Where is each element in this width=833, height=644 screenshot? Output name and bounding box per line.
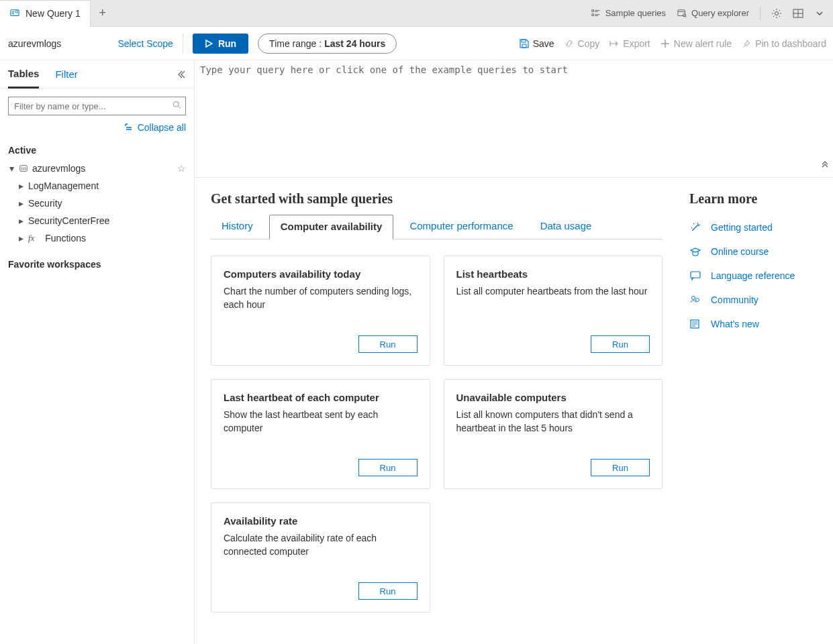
export-button[interactable]: Export: [609, 38, 650, 49]
filter-input[interactable]: [8, 97, 186, 115]
learn-more-title: Learn more: [689, 191, 817, 207]
sample-tab-computer-availability[interactable]: Computer availability: [269, 215, 394, 239]
chat-icon: [689, 270, 701, 282]
filter-input-wrapper: [8, 97, 186, 115]
graduation-icon: [689, 246, 701, 258]
card-desc: Calculate the availability rate of each …: [224, 532, 418, 558]
save-icon: [519, 38, 530, 49]
svg-rect-2: [592, 9, 594, 11]
tree-node-logmanagement[interactable]: ▸LogManagement: [17, 177, 186, 195]
card-desc: List all computer heartbeats from the la…: [456, 285, 650, 299]
panels-button[interactable]: [793, 8, 803, 19]
active-section-label: Active: [8, 145, 186, 156]
collapse-editor-button[interactable]: [821, 161, 829, 169]
svg-point-14: [696, 299, 699, 302]
save-button[interactable]: Save: [519, 38, 554, 49]
favorite-workspaces-label: Favorite workspaces: [8, 259, 186, 270]
svg-rect-9: [522, 44, 526, 48]
svg-rect-12: [691, 272, 700, 278]
pin-icon: [741, 38, 752, 49]
card-title: List heartbeats: [456, 268, 650, 280]
card-title: Unavailable computers: [456, 392, 650, 403]
settings-button[interactable]: [771, 8, 782, 19]
sample-tabs: History Computer availability Computer p…: [211, 215, 663, 239]
sidebar-tab-filter[interactable]: Filter: [55, 60, 77, 89]
sample-card: Computers availability today Chart the n…: [211, 256, 430, 366]
learn-link-language-reference[interactable]: Language reference: [689, 270, 817, 282]
caret-right-icon: ▸: [17, 180, 24, 191]
bullet-list-icon: [591, 8, 601, 19]
svg-point-13: [692, 297, 695, 300]
card-run-button[interactable]: Run: [591, 459, 650, 476]
sidebar: Tables Filter Collapse all Active: [0, 60, 195, 644]
sample-tab-data-usage[interactable]: Data usage: [530, 215, 603, 239]
pin-button[interactable]: Pin to dashboard: [741, 38, 826, 49]
query-tab-icon: [9, 8, 20, 19]
play-icon: [205, 40, 213, 48]
function-icon: fx: [28, 233, 34, 244]
collapse-all-button[interactable]: Collapse all: [8, 122, 186, 133]
card-run-button[interactable]: Run: [591, 335, 650, 353]
caret-right-icon: ▸: [17, 198, 24, 209]
svg-rect-3: [592, 13, 594, 15]
select-scope-link[interactable]: Select Scope: [117, 38, 173, 49]
wand-icon: [689, 221, 701, 233]
explorer-icon: [677, 8, 687, 19]
plus-icon: [660, 38, 671, 49]
svg-point-6: [775, 11, 779, 15]
tree-node-security[interactable]: ▸Security: [17, 195, 186, 212]
news-icon: [689, 318, 701, 330]
separator: [183, 34, 183, 54]
card-desc: Show the last heartbeat sent by each com…: [224, 409, 418, 435]
workspace-node[interactable]: ▾ azurevmlogs ☆: [8, 160, 186, 177]
sample-card: Last heartbeat of each computer Show the…: [211, 379, 430, 489]
card-title: Last heartbeat of each computer: [224, 392, 418, 403]
card-run-button[interactable]: Run: [358, 335, 418, 353]
favorite-star-button[interactable]: ☆: [177, 163, 186, 174]
tree-node-securitycenterfree[interactable]: ▸SecurityCenterFree: [17, 212, 186, 229]
query-tab[interactable]: New Query 1: [0, 0, 91, 27]
sample-tab-computer-performance[interactable]: Computer performance: [399, 215, 524, 239]
caret-right-icon: ▸: [17, 215, 24, 226]
card-title: Computers availability today: [224, 268, 418, 280]
caret-right-icon: ▸: [17, 233, 24, 244]
svg-point-10: [173, 101, 179, 107]
sample-queries-button[interactable]: Sample queries: [591, 8, 666, 19]
search-icon: [173, 101, 182, 110]
new-alert-button[interactable]: New alert rule: [660, 38, 732, 49]
run-button[interactable]: Run: [193, 34, 248, 54]
samples-title: Get started with sample queries: [211, 191, 663, 207]
new-tab-button[interactable]: +: [91, 0, 115, 27]
svg-rect-4: [678, 9, 685, 15]
card-run-button[interactable]: Run: [358, 459, 418, 476]
sample-card: Availability rate Calculate the availabi…: [211, 502, 430, 612]
tree-node-functions[interactable]: ▸fx Functions: [17, 229, 186, 247]
chevron-down-icon[interactable]: [814, 8, 825, 19]
tab-bar: New Query 1 + Sample queries Query explo…: [0, 0, 833, 27]
sample-tab-history[interactable]: History: [211, 215, 264, 239]
learn-link-community[interactable]: Community: [689, 294, 817, 306]
card-run-button[interactable]: Run: [358, 582, 418, 600]
learn-link-getting-started[interactable]: Getting started: [689, 221, 817, 233]
card-desc: Chart the number of computers sending lo…: [224, 285, 418, 311]
learn-link-whats-new[interactable]: What's new: [689, 318, 817, 330]
query-explorer-button[interactable]: Query explorer: [677, 8, 749, 19]
time-range-picker[interactable]: Time range : Last 24 hours: [258, 34, 397, 54]
card-desc: List all known computers that didn't sen…: [456, 409, 650, 435]
query-tab-label: New Query 1: [26, 8, 81, 19]
svg-point-1: [15, 11, 18, 13]
copy-button[interactable]: Copy: [564, 38, 600, 49]
collapse-sidebar-button[interactable]: [177, 70, 186, 79]
export-icon: [609, 38, 620, 49]
workspace-node-label: azurevmlogs: [32, 163, 85, 174]
sample-card: Unavailable computers List all known com…: [444, 379, 663, 489]
workspace-name: azurevmlogs: [8, 38, 61, 49]
link-icon: [564, 38, 575, 49]
caret-down-icon: ▾: [8, 163, 15, 174]
editor-placeholder: Type your query here or click one of the…: [200, 64, 568, 75]
learn-more-panel: Learn more Getting started Online course…: [689, 191, 817, 612]
learn-link-online-course[interactable]: Online course: [689, 246, 817, 258]
separator: [760, 7, 761, 20]
query-editor[interactable]: Type your query here or click one of the…: [195, 60, 833, 178]
sidebar-tab-tables[interactable]: Tables: [8, 60, 39, 89]
